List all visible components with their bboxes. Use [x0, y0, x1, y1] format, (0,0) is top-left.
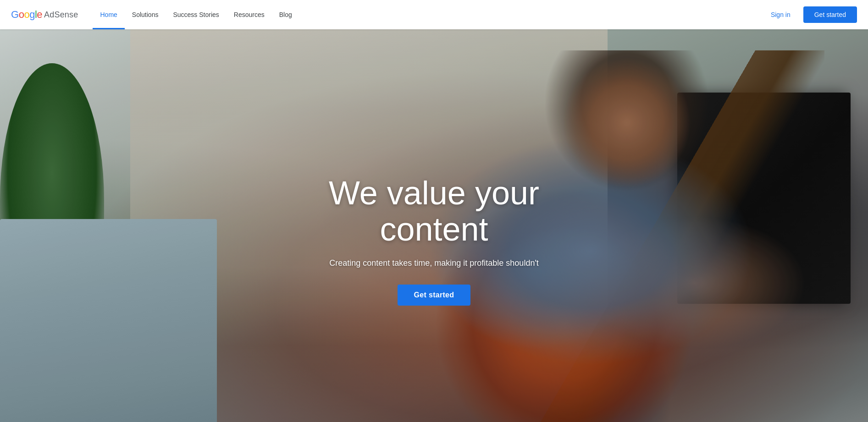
- get-started-button-nav[interactable]: Get started: [803, 6, 857, 23]
- adsense-wordmark: AdSense: [44, 10, 78, 20]
- nav-item-home[interactable]: Home: [93, 0, 124, 29]
- nav-item-blog[interactable]: Blog: [272, 0, 299, 29]
- google-wordmark: Google: [11, 9, 42, 21]
- nav-item-solutions[interactable]: Solutions: [125, 0, 166, 29]
- hero-cta-button[interactable]: Get started: [398, 285, 471, 306]
- navbar-actions: Sign in Get started: [762, 6, 857, 23]
- hero-subtitle: Creating content takes time, making it p…: [329, 258, 539, 268]
- nav-item-resources[interactable]: Resources: [227, 0, 272, 29]
- hero-title: We value your content: [329, 175, 539, 247]
- sign-in-button[interactable]: Sign in: [762, 7, 800, 22]
- brand-logo[interactable]: Google AdSense: [11, 9, 78, 21]
- hero-title-line2: content: [380, 211, 488, 247]
- main-nav: Home Solutions Success Stories Resources…: [93, 0, 761, 29]
- hero-title-line1: We value your: [329, 175, 539, 211]
- hero-content: We value your content Creating content t…: [0, 29, 868, 422]
- hero-section: We value your content Creating content t…: [0, 29, 868, 422]
- nav-item-success-stories[interactable]: Success Stories: [166, 0, 226, 29]
- navbar: Google AdSense Home Solutions Success St…: [0, 0, 868, 29]
